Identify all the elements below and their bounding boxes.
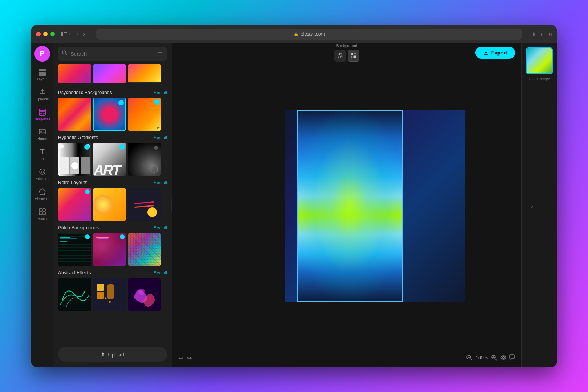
abs-thumb-2[interactable]: # # [93,278,126,311]
svg-rect-38 [354,53,356,55]
sidebar-item-elements[interactable]: Elements [31,184,53,204]
section-psychedelic-title: Psychedelic Backgrounds [58,90,112,95]
sidebar-item-uploads-label: Uploads [36,97,49,102]
retro-grid [58,188,167,221]
sidebar-item-batch-label: Batch [38,217,47,221]
top-item-2[interactable] [93,64,126,83]
upload-button[interactable]: ⬆ Upload [58,347,167,362]
sidebar-item-photos[interactable]: Photos [31,124,53,144]
logo-letter: P [40,50,44,58]
main-canvas[interactable] [297,110,403,302]
glitch-thumb-1[interactable] [58,233,91,266]
view-icon[interactable] [500,354,506,362]
hyp-thumb-3[interactable] [128,143,161,176]
undo-redo-buttons: ↩ ↪ [178,354,192,362]
search-input[interactable] [58,47,167,61]
stickers-icon [38,167,47,176]
svg-rect-11 [40,113,42,114]
bg-button-group [334,50,359,62]
export-icon [483,50,489,55]
svg-rect-19 [39,209,42,211]
see-all-glitch[interactable]: See all [154,225,167,230]
hyp-thumb-1[interactable] [58,143,91,176]
badge-hyp2 [119,144,125,150]
zoom-out-button[interactable] [466,354,472,362]
retro-thumb-1[interactable] [58,188,91,221]
traffic-lights [36,32,55,36]
forward-button[interactable]: › [82,30,87,38]
svg-marker-18 [39,189,45,195]
section-hypnotic-header: Hypnotic Gradients See all [58,135,167,140]
badge-hyp1 [84,144,90,150]
psych-thumb-3[interactable]: ▶ [128,98,161,131]
abs-thumb-3[interactable] [128,278,161,311]
background-label: Background [336,44,357,48]
see-all-hypnotic[interactable]: See all [154,135,167,140]
address-bar[interactable]: 🔒 picsart.com [96,29,522,40]
bg-color-button[interactable] [334,50,346,62]
logo-button[interactable]: P [34,46,50,62]
psych-thumb-1[interactable] [58,98,91,131]
bg-pattern-button[interactable] [348,50,359,62]
psych-thumb-2[interactable] [93,98,126,131]
retro-thumb-2[interactable] [93,188,126,221]
close-button[interactable] [36,32,41,36]
abstract-grid: # # [58,278,167,311]
filter-icon[interactable] [158,50,163,57]
redo-button[interactable]: ↪ [187,354,192,362]
maximize-button[interactable] [50,32,55,36]
canvas-bottom-bar: ↩ ↪ 100% [172,349,521,367]
back-button[interactable]: ‹ [75,30,80,38]
preview-thumbnail[interactable] [526,47,553,74]
canvas-viewport[interactable]: › [172,62,521,349]
hypnotic-grid: ART [58,143,167,176]
top-item-3[interactable] [128,64,161,83]
sidebar-item-templates-label: Templates [34,117,50,122]
sidebar-toggle[interactable]: ▾ [61,32,70,36]
sidebar-item-batch[interactable]: Batch [31,204,53,224]
undo-button[interactable]: ↩ [178,354,183,362]
sidebar-item-photos-label: Photos [36,137,47,141]
minimize-button[interactable] [43,32,48,36]
glitch-thumb-3[interactable] [128,233,161,266]
svg-line-24 [65,54,67,55]
share-icon[interactable]: ⬆ [532,31,536,37]
sidebar-item-text[interactable]: T Text [31,144,53,164]
comment-icon[interactable] [509,354,515,362]
svg-rect-6 [39,72,46,76]
svg-text:#: # [105,297,107,300]
canvas-next-button[interactable]: › [531,202,533,210]
elements-icon [38,187,47,196]
zoom-controls: 100% [466,354,515,362]
upload-icon: ⬆ [101,351,105,358]
retro-thumb-3[interactable] [128,188,161,221]
sidebar-item-layout[interactable]: Layout [31,65,53,85]
see-all-retro[interactable]: See all [154,180,167,185]
see-all-psychedelic[interactable]: See all [154,90,167,95]
top-item-1[interactable] [58,64,91,83]
section-abstract-header: Abstract Effects See all [58,270,167,276]
abs-thumb-1[interactable] [58,278,91,311]
svg-rect-1 [64,32,67,33]
panel-scroll[interactable]: Psychedelic Backgrounds See all [53,86,172,343]
svg-point-17 [43,171,44,171]
svg-rect-22 [43,212,45,215]
sidebar-item-stickers[interactable]: Stickers [31,164,53,184]
grid-icon[interactable]: ⊞ [547,31,552,37]
zoom-in-button[interactable] [491,354,497,362]
svg-line-43 [470,359,472,360]
search-icon [62,50,67,56]
svg-rect-4 [39,69,42,71]
hyp-thumb-2[interactable]: ART [93,143,126,176]
upload-button-label: Upload [108,352,124,358]
sidebar-item-uploads[interactable]: Uploads [31,85,53,105]
psychedelic-grid: ▶ [58,98,167,131]
sidebar-item-templates[interactable]: Templates [31,105,53,125]
top-scroll-items [53,64,172,86]
glitch-thumb-2[interactable] [93,233,126,266]
section-abstract-title: Abstract Effects [58,270,91,276]
see-all-abstract[interactable]: See all [154,270,167,275]
export-button[interactable]: Export [475,47,515,59]
icon-sidebar: P Layout [31,43,53,367]
new-tab-icon[interactable]: + [540,31,543,37]
